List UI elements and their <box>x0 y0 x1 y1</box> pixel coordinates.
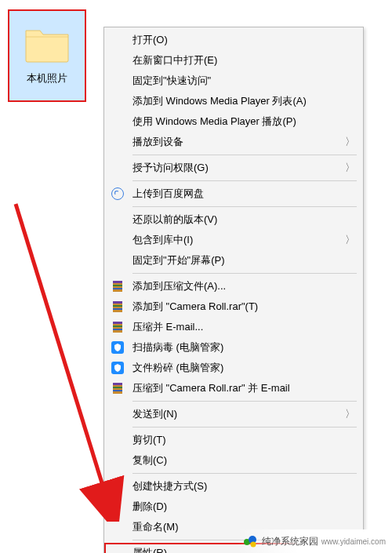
folder-icon <box>24 26 70 64</box>
menu-upload-baidu[interactable]: 上传到百度网盘 <box>104 184 363 204</box>
menu-compress-email[interactable]: 压缩并 E-mail... <box>104 317 363 337</box>
menu-open-new-window[interactable]: 在新窗口中打开(E) <box>104 50 363 71</box>
separator <box>132 427 357 427</box>
folder-label: 本机照片 <box>27 71 67 85</box>
menu-delete[interactable]: 删除(D) <box>104 497 363 517</box>
svg-line-16 <box>16 204 110 508</box>
submenu-arrow-icon: 〉 <box>345 233 355 247</box>
watermark-brand: 纯净系统家园 <box>262 535 318 548</box>
menu-add-to-camera-rar[interactable]: 添加到 "Camera Roll.rar"(T) <box>104 297 363 317</box>
menu-cut[interactable]: 剪切(T) <box>104 430 363 450</box>
separator <box>132 401 357 402</box>
separator <box>132 273 357 274</box>
separator <box>132 155 357 155</box>
menu-grant-access[interactable]: 授予访问权限(G) 〉 <box>104 158 363 178</box>
watermark-site: www.yidaimei.com <box>321 537 386 546</box>
selected-folder[interactable]: 本机照片 <box>8 9 86 102</box>
svg-rect-6 <box>113 305 122 307</box>
watermark: 纯净系统家园 www.yidaimei.com <box>237 529 392 553</box>
menu-cast-to-device[interactable]: 播放到设备 〉 <box>104 132 363 152</box>
svg-rect-10 <box>113 326 122 327</box>
menu-wmp-play[interactable]: 使用 Windows Media Player 播放(P) <box>104 111 363 132</box>
menu-open[interactable]: 打开(O) <box>104 30 363 50</box>
separator <box>132 206 357 207</box>
rar-icon <box>111 381 125 395</box>
menu-pin-quick-access[interactable]: 固定到"快速访问" <box>104 71 363 91</box>
watermark-logo-icon <box>243 534 257 548</box>
menu-include-library[interactable]: 包含到库中(I) 〉 <box>104 230 363 250</box>
submenu-arrow-icon: 〉 <box>345 407 355 421</box>
submenu-arrow-icon: 〉 <box>345 135 355 149</box>
menu-scan-virus[interactable]: 扫描病毒 (电脑管家) <box>104 337 363 358</box>
rar-icon <box>111 320 125 334</box>
separator <box>132 180 357 181</box>
svg-rect-3 <box>113 288 122 289</box>
rar-icon <box>111 300 125 314</box>
menu-pin-to-start[interactable]: 固定到"开始"屏幕(P) <box>104 250 363 271</box>
menu-restore-previous[interactable]: 还原以前的版本(V) <box>104 209 363 230</box>
svg-rect-13 <box>113 383 122 385</box>
svg-rect-5 <box>113 301 122 304</box>
menu-create-shortcut[interactable]: 创建快捷方式(S) <box>104 476 363 497</box>
shield-scan-icon <box>111 340 125 355</box>
context-menu: 打开(O) 在新窗口中打开(E) 固定到"快速访问" 添加到 Windows M… <box>103 27 364 553</box>
menu-add-to-archive[interactable]: 添加到压缩文件(A)... <box>104 276 363 297</box>
menu-copy[interactable]: 复制(C) <box>104 450 363 471</box>
menu-wmp-add-list[interactable]: 添加到 Windows Media Player 列表(A) <box>104 91 363 111</box>
svg-rect-14 <box>113 387 122 388</box>
baidu-cloud-icon <box>111 187 125 201</box>
svg-rect-9 <box>113 322 122 324</box>
svg-rect-1 <box>113 281 122 283</box>
shield-shred-icon <box>111 361 125 375</box>
svg-rect-2 <box>113 285 122 286</box>
svg-rect-11 <box>113 329 122 330</box>
submenu-arrow-icon: 〉 <box>345 161 355 175</box>
menu-compress-rar-email[interactable]: 压缩到 "Camera Roll.rar" 并 E-mail <box>104 378 363 398</box>
svg-point-19 <box>250 542 256 548</box>
svg-rect-15 <box>113 390 122 391</box>
menu-file-shred[interactable]: 文件粉碎 (电脑管家) <box>104 358 363 378</box>
rar-icon <box>111 279 125 293</box>
menu-send-to[interactable]: 发送到(N) 〉 <box>104 404 363 424</box>
svg-rect-7 <box>113 308 122 310</box>
separator <box>132 473 357 474</box>
